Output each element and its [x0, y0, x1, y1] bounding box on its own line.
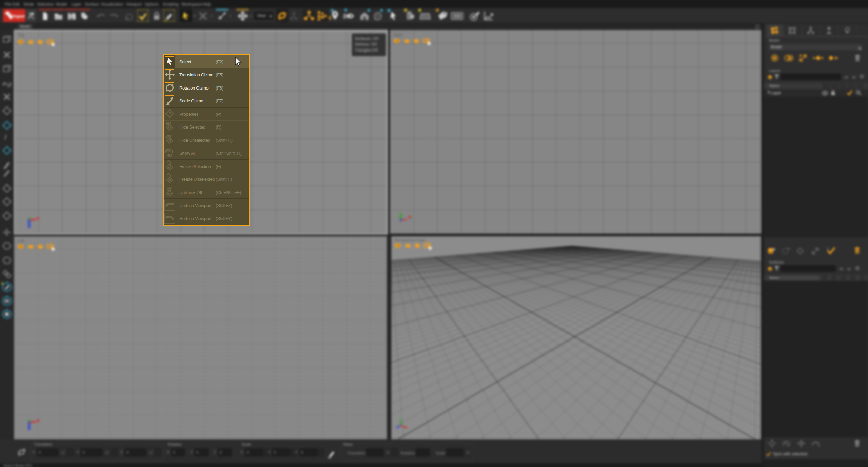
svg-text:Shaper: Shaper [10, 14, 25, 19]
svg-text:?: ? [168, 111, 171, 116]
svg-text:f: f [4, 134, 7, 141]
svg-text:$: $ [329, 15, 332, 21]
svg-text:S: S [343, 13, 347, 20]
